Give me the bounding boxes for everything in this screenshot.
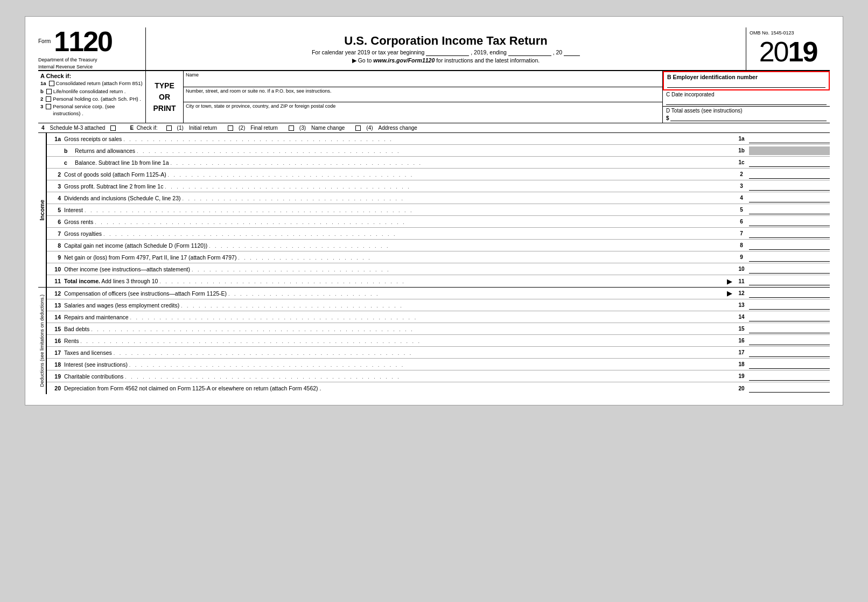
row-lineref-4: 4 bbox=[734, 195, 749, 201]
row-input-13[interactable] bbox=[749, 301, 830, 310]
deductions-rows: 12 Compensation of officers (see instruc… bbox=[47, 288, 830, 394]
section-b-ein-label: B Employer identification number bbox=[667, 74, 758, 80]
row-num-2: 2 bbox=[47, 171, 64, 178]
row-num-4: 4 bbox=[47, 195, 64, 201]
deductions-row-15: 15 Bad debts . . . . . . . . . . . . . .… bbox=[47, 323, 830, 335]
check-e-4-box[interactable] bbox=[355, 125, 361, 131]
row-input-8[interactable] bbox=[749, 241, 830, 250]
form-number: 1120 bbox=[54, 27, 112, 55]
check-1a-row: 1a Consolidated return (attach Form 851) bbox=[40, 80, 143, 87]
row-lineref-1c: 1c bbox=[734, 159, 749, 165]
header-left: Form 1120 Department of the Treasury Int… bbox=[38, 27, 146, 70]
row-input-14[interactable] bbox=[749, 313, 830, 321]
tax-year-begin-field[interactable] bbox=[426, 49, 469, 56]
row-num-5: 5 bbox=[47, 207, 64, 213]
row-desc-6: Gross rents . . . . . . . . . . . . . . … bbox=[64, 219, 734, 225]
tax-year-end-field[interactable] bbox=[508, 49, 551, 56]
deductions-row-17: 17 Taxes and licenses . . . . . . . . . … bbox=[47, 347, 830, 359]
row-input-1a[interactable] bbox=[749, 135, 830, 143]
row-input-4[interactable] bbox=[749, 194, 830, 202]
sched-m3-text: Schedule M-3 attached bbox=[50, 125, 106, 131]
row-desc-18: Interest (see instructions) . . . . . . … bbox=[64, 361, 734, 368]
row-input-11[interactable] bbox=[749, 277, 830, 285]
row-input-9[interactable] bbox=[749, 253, 830, 262]
row-desc-5: Interest . . . . . . . . . . . . . . . .… bbox=[64, 207, 734, 213]
row-input-6[interactable] bbox=[749, 218, 830, 226]
dollar-sign: $ bbox=[666, 115, 669, 121]
check-3-box[interactable] bbox=[46, 104, 51, 109]
check-e-3-box[interactable] bbox=[289, 125, 294, 131]
row-lineref-9: 9 bbox=[734, 254, 749, 260]
row-input-5[interactable] bbox=[749, 206, 830, 214]
row-input-18[interactable] bbox=[749, 360, 830, 369]
row-input-20[interactable] bbox=[749, 384, 830, 393]
name-input[interactable] bbox=[186, 78, 660, 83]
row-lineref-18: 18 bbox=[734, 361, 749, 367]
ein-input[interactable] bbox=[667, 81, 825, 88]
row-input-16[interactable] bbox=[749, 337, 830, 345]
header-right: OMB No. 1545-0123 2019 bbox=[746, 27, 830, 70]
form-container: Form 1120 Department of the Treasury Int… bbox=[25, 16, 843, 405]
income-section: Income 1a Gross receipts or sales . . . … bbox=[38, 133, 830, 288]
city-input[interactable] bbox=[186, 109, 660, 115]
name-label: Name bbox=[186, 72, 660, 78]
row-lineref-2: 2 bbox=[734, 171, 749, 177]
check-1b-text: Life/nonlife consolidated return . bbox=[53, 88, 126, 95]
row-lineref-13: 13 bbox=[734, 302, 749, 308]
row-num-11: 11 bbox=[47, 278, 64, 284]
check-e-2-box[interactable] bbox=[228, 125, 233, 131]
check-1a-box[interactable] bbox=[49, 81, 54, 86]
check-e-1-box[interactable] bbox=[166, 125, 172, 131]
row-input-15[interactable] bbox=[749, 325, 830, 333]
total-assets-input[interactable] bbox=[670, 115, 827, 121]
line4-section: 4 Schedule M-3 attached E Check if: (1) … bbox=[38, 123, 830, 133]
header-center: U.S. Corporation Income Tax Return For c… bbox=[146, 27, 746, 70]
name-field-row: Name bbox=[184, 71, 662, 87]
check-2-label: 2 bbox=[40, 96, 43, 102]
row-input-1c[interactable] bbox=[749, 158, 830, 167]
row-num-12: 12 bbox=[47, 290, 64, 297]
row-lineref-3: 3 bbox=[734, 183, 749, 189]
dept-treasury: Department of the Treasury bbox=[38, 57, 140, 64]
line4-num: 4 bbox=[41, 125, 45, 131]
row-num-8: 8 bbox=[47, 242, 64, 249]
deductions-row-12: 12 Compensation of officers (see instruc… bbox=[47, 288, 830, 299]
address-input[interactable] bbox=[186, 94, 660, 100]
row-num-9: 9 bbox=[47, 254, 64, 261]
check-e-3-label: Name change bbox=[311, 125, 345, 131]
check-2-box[interactable] bbox=[46, 96, 51, 102]
row-input-3[interactable] bbox=[749, 182, 830, 191]
row-lineref-14: 14 bbox=[734, 314, 749, 320]
deductions-row-18: 18 Interest (see instructions) . . . . .… bbox=[47, 359, 830, 370]
row-lineref-6: 6 bbox=[734, 219, 749, 225]
city-field-row: City or town, state or province, country… bbox=[184, 102, 662, 117]
row-input-12[interactable] bbox=[749, 289, 830, 298]
row-desc-13: Salaries and wages (less employment cred… bbox=[64, 302, 734, 309]
row-input-2[interactable] bbox=[749, 170, 830, 179]
check-3-label: 3 bbox=[40, 103, 43, 110]
deductions-section: Deductions (see limitations on deduction… bbox=[38, 288, 830, 394]
sched-m3-checkbox[interactable] bbox=[110, 125, 116, 131]
check-1b-box[interactable] bbox=[46, 89, 52, 94]
section-a: A Check if: 1a Consolidated return (atta… bbox=[38, 71, 146, 123]
row-input-7[interactable] bbox=[749, 229, 830, 238]
row-desc-11: Total income. Add lines 3 through 10 . .… bbox=[64, 278, 725, 284]
deductions-row-13: 13 Salaries and wages (less employment c… bbox=[47, 299, 830, 311]
row-desc-7: Gross royalties . . . . . . . . . . . . … bbox=[64, 230, 734, 237]
income-row-8: 8 Capital gain net income (attach Schedu… bbox=[47, 240, 830, 251]
date-incorporated-label: C Date incorporated bbox=[666, 92, 715, 97]
row-lineref-10: 10 bbox=[734, 266, 749, 272]
name-address-section: Name Number, street, and room or suite n… bbox=[184, 71, 663, 123]
row-input-17[interactable] bbox=[749, 348, 830, 357]
section-b: B Employer identification number C Date … bbox=[663, 71, 830, 123]
section-ab-row: A Check if: 1a Consolidated return (atta… bbox=[38, 71, 830, 123]
row-input-19[interactable] bbox=[749, 372, 830, 381]
check-1a-label: 1a bbox=[40, 80, 46, 87]
row-num-7: 7 bbox=[47, 230, 64, 237]
form-header: Form 1120 Department of the Treasury Int… bbox=[38, 27, 830, 71]
row-num-1a: 1a bbox=[47, 136, 64, 142]
check-e-1-num: (1) bbox=[177, 125, 184, 131]
income-row-2: 2 Cost of goods sold (attach Form 1125-A… bbox=[47, 169, 830, 180]
row-input-10[interactable] bbox=[749, 265, 830, 274]
date-incorporated-input[interactable] bbox=[666, 99, 827, 105]
